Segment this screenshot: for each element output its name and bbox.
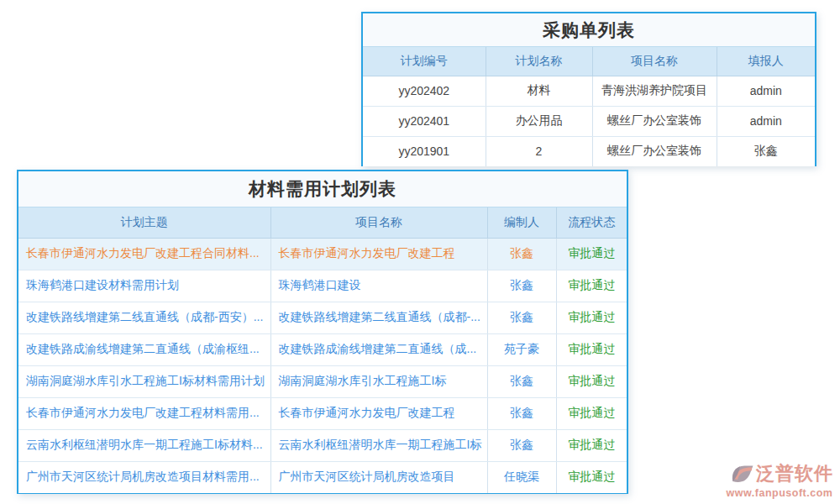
editor-cell: 张鑫 — [487, 397, 556, 429]
reporter-cell: admin — [717, 106, 815, 136]
purchase-table: 计划编号 计划名称 项目名称 填报人 yy202402 材料 青海洪湖养护院项目… — [363, 47, 815, 166]
table-row[interactable]: 云南水利枢纽潜明水库一期工程施工I标材料... 云南水利枢纽潜明水库一期工程施工… — [18, 429, 627, 461]
project-name-cell: 螺丝厂办公室装饰 — [592, 106, 717, 136]
editor-cell: 张鑫 — [487, 238, 556, 270]
plan-subject-link[interactable]: 改建铁路成渝线增建第二直通线（成渝枢纽... — [18, 333, 270, 365]
purchase-col-plan-no: 计划编号 — [363, 47, 486, 76]
table-row[interactable]: 湖南洞庭湖水库引水工程施工I标材料需用计划 湖南洞庭湖水库引水工程施工I标 张鑫… — [18, 365, 627, 397]
purchase-order-list-panel: 采购单列表 计划编号 计划名称 项目名称 填报人 yy202402 材料 青海洪… — [361, 12, 816, 166]
editor-cell: 张鑫 — [487, 365, 556, 397]
project-name-link[interactable]: 改建铁路线增建第二线直通线（成都-... — [270, 302, 487, 333]
plan-name-cell: 2 — [486, 136, 592, 166]
project-name-link[interactable]: 云南水利枢纽潜明水库一期工程施工I标 — [270, 429, 487, 461]
fanpu-logo-icon — [731, 464, 754, 485]
plan-name-cell: 材料 — [486, 76, 592, 106]
workflow-status-link[interactable]: 审批通过 — [556, 302, 627, 333]
purchase-col-project-name: 项目名称 — [592, 47, 717, 76]
project-name-cell: 螺丝厂办公室装饰 — [592, 136, 717, 166]
workflow-status-link[interactable]: 审批通过 — [556, 397, 627, 429]
brand-name: 泛普软件 — [756, 461, 833, 486]
material-plan-list-panel: 材料需用计划列表 计划主题 项目名称 编制人 流程状态 长春市伊通河水力发电厂改… — [17, 170, 628, 494]
plan-name-cell: 办公用品 — [486, 106, 592, 136]
table-row[interactable]: 长春市伊通河水力发电厂改建工程合同材料... 长春市伊通河水力发电厂改建工程 张… — [18, 238, 627, 270]
plan-no-cell: yy202402 — [363, 76, 486, 106]
purchase-header-row: 计划编号 计划名称 项目名称 填报人 — [363, 47, 815, 76]
workflow-status-link[interactable]: 审批通过 — [556, 270, 627, 302]
plan-no-cell: yy202401 — [363, 106, 486, 136]
reporter-cell: 张鑫 — [717, 136, 815, 166]
project-name-link[interactable]: 长春市伊通河水力发电厂改建工程 — [270, 397, 487, 429]
brand-url: www.fanpusoft.com — [726, 487, 833, 499]
workflow-status-link[interactable]: 审批通过 — [556, 429, 627, 461]
workflow-status-link[interactable]: 审批通过 — [556, 333, 627, 365]
project-name-link[interactable]: 广州市天河区统计局机房改造项目 — [270, 461, 487, 493]
plan-subject-link[interactable]: 珠海鹤港口建设材料需用计划 — [18, 270, 270, 302]
workflow-status-link[interactable]: 审批通过 — [556, 238, 627, 270]
editor-cell: 张鑫 — [487, 302, 556, 333]
table-row[interactable]: 广州市天河区统计局机房改造项目材料需用... 广州市天河区统计局机房改造项目 任… — [18, 461, 627, 493]
table-row[interactable]: yy202401 办公用品 螺丝厂办公室装饰 admin — [363, 106, 815, 136]
project-name-link[interactable]: 珠海鹤港口建设 — [270, 270, 487, 302]
material-plan-table: 计划主题 项目名称 编制人 流程状态 长春市伊通河水力发电厂改建工程合同材料..… — [18, 207, 627, 493]
table-row[interactable]: 长春市伊通河水力发电厂改建工程材料需用... 长春市伊通河水力发电厂改建工程 张… — [18, 397, 627, 429]
editor-cell: 张鑫 — [487, 270, 556, 302]
table-row[interactable]: 珠海鹤港口建设材料需用计划 珠海鹤港口建设 张鑫 审批通过 — [18, 270, 627, 302]
vendor-watermark: 泛普软件 www.fanpusoft.com — [726, 461, 833, 499]
project-name-link[interactable]: 改建铁路成渝线增建第二直通线（成... — [270, 333, 487, 365]
material-panel-title: 材料需用计划列表 — [18, 171, 627, 207]
project-name-cell: 青海洪湖养护院项目 — [592, 76, 717, 106]
material-col-workflow-status: 流程状态 — [556, 207, 627, 238]
table-row[interactable]: 改建铁路线增建第二线直通线（成都-西安）... 改建铁路线增建第二线直通线（成都… — [18, 302, 627, 333]
editor-cell: 任晓渠 — [487, 461, 556, 493]
material-header-row: 计划主题 项目名称 编制人 流程状态 — [18, 207, 627, 238]
workflow-status-link[interactable]: 审批通过 — [556, 461, 627, 493]
table-row[interactable]: yy202402 材料 青海洪湖养护院项目 admin — [363, 76, 815, 106]
plan-subject-link[interactable]: 湖南洞庭湖水库引水工程施工I标材料需用计划 — [18, 365, 270, 397]
editor-cell: 张鑫 — [487, 429, 556, 461]
editor-cell: 苑子豪 — [487, 333, 556, 365]
purchase-panel-title: 采购单列表 — [363, 13, 815, 47]
project-name-link[interactable]: 长春市伊通河水力发电厂改建工程 — [270, 238, 487, 270]
material-col-plan-subject: 计划主题 — [18, 207, 270, 238]
plan-subject-link[interactable]: 长春市伊通河水力发电厂改建工程合同材料... — [18, 238, 270, 270]
table-row[interactable]: 改建铁路成渝线增建第二直通线（成渝枢纽... 改建铁路成渝线增建第二直通线（成.… — [18, 333, 627, 365]
reporter-cell: admin — [717, 76, 815, 106]
purchase-col-plan-name: 计划名称 — [486, 47, 592, 76]
plan-no-cell: yy201901 — [363, 136, 486, 166]
plan-subject-link[interactable]: 广州市天河区统计局机房改造项目材料需用... — [18, 461, 270, 493]
material-col-editor: 编制人 — [487, 207, 556, 238]
project-name-link[interactable]: 湖南洞庭湖水库引水工程施工I标 — [270, 365, 487, 397]
plan-subject-link[interactable]: 长春市伊通河水力发电厂改建工程材料需用... — [18, 397, 270, 429]
plan-subject-link[interactable]: 改建铁路线增建第二线直通线（成都-西安）... — [18, 302, 270, 333]
material-col-project-name: 项目名称 — [270, 207, 487, 238]
workflow-status-link[interactable]: 审批通过 — [556, 365, 627, 397]
plan-subject-link[interactable]: 云南水利枢纽潜明水库一期工程施工I标材料... — [18, 429, 270, 461]
table-row[interactable]: yy201901 2 螺丝厂办公室装饰 张鑫 — [363, 136, 815, 166]
purchase-col-reporter: 填报人 — [717, 47, 815, 76]
